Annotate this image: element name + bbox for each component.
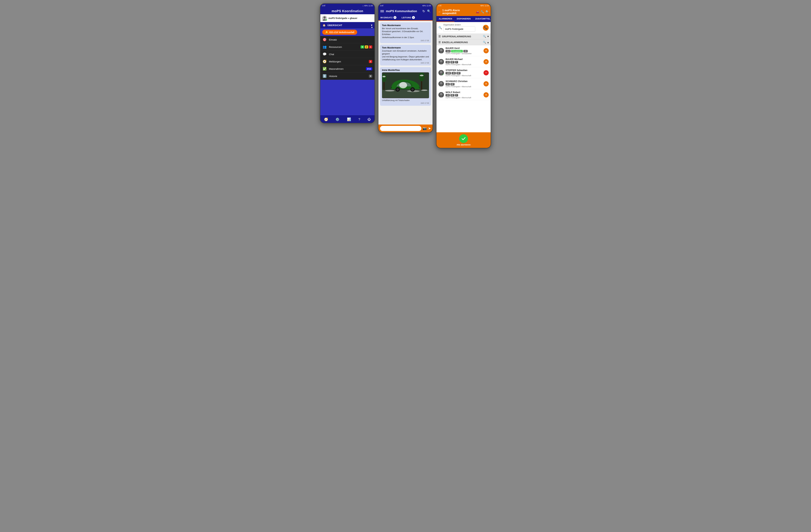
search-org-icon[interactable]: 🔍 — [439, 26, 442, 30]
tab-alarmieren-label: ALARMIEREN — [439, 18, 452, 20]
nav-item-ressourcen[interactable]: 👥 Ressourcen 9 2 1 — [320, 43, 374, 51]
chat-body: Tom Mustermann Bin Vorort und koordinier… — [379, 21, 432, 125]
add-button-5[interactable]: + — [484, 92, 489, 97]
ressourcen-badges: 9 2 1 — [361, 45, 372, 48]
historie-badge: 9 — [369, 75, 372, 78]
person-org-1: moPS Firebrigade » Einsatzleiter — [446, 52, 482, 54]
time-2: 11:55 — [426, 5, 431, 7]
massnahmen-label: Massnahmen — [329, 67, 343, 70]
chat-icon: 💬 — [323, 52, 327, 56]
attach-icon[interactable]: 📷 — [423, 126, 427, 130]
alert-badge[interactable]: 🔔 E21-210 Verkehrsunfall — [322, 30, 357, 35]
s1-header: moPS Koordination — [320, 7, 374, 14]
person-info-2: BAUER Michael AS BF F moPS Firebrigade »… — [446, 58, 482, 65]
person-info-4: SCHWARZ Christian AS BF moPS Firebrigade… — [446, 80, 482, 88]
nav-item-meldungen[interactable]: 🧭 Meldungen 2 — [320, 58, 374, 65]
person-bauer-gerd: BAUER Gerd Arzt Einsatzleiter AS moPS Fi… — [437, 45, 491, 56]
refresh-icon[interactable]: ↻ — [423, 9, 425, 13]
people-icon: 👥 — [323, 45, 327, 49]
navigation-icon[interactable]: 🧭 — [324, 118, 328, 121]
nav-item-chat[interactable]: 💬 Chat — [320, 51, 374, 58]
car-icon[interactable]: 🚗 — [476, 10, 479, 14]
add-button-4[interactable]: + — [484, 81, 489, 87]
msg3-time: 19/3 17:35 — [382, 102, 429, 104]
message-input[interactable] — [380, 126, 422, 131]
back-icon[interactable]: ← — [438, 10, 441, 14]
search-icon-3[interactable]: 🔍 — [486, 10, 489, 14]
msg3-caption: Unfallfahrzeug mit Totalschaden — [382, 99, 429, 101]
time-3: 11:55 — [485, 5, 489, 7]
svg-point-29 — [440, 82, 443, 84]
tag-bf-5: BF — [450, 94, 455, 96]
badge-green: 9 — [361, 45, 364, 48]
search-icon[interactable]: 🔍 — [427, 10, 431, 13]
help-icon[interactable]: ? — [358, 118, 360, 121]
svg-point-9 — [396, 88, 399, 91]
tag-as-5: AS — [446, 94, 450, 96]
power-icon[interactable]: ⏻ — [368, 118, 371, 121]
einzelalarmierung-title: EINZELALARMIERUNG — [442, 41, 481, 44]
wrench-icon[interactable]: 🔧 — [480, 10, 484, 14]
svg-point-12 — [399, 82, 407, 88]
person-tags-1: Arzt Einsatzleiter AS — [446, 50, 482, 52]
gruppenalarmierung-header[interactable]: ☰ GRUPPENALARMIERUNG 🔍 — [437, 34, 491, 40]
svg-point-20 — [440, 49, 443, 51]
s3-title: 1 moPS Alarm ausgewählt — [442, 9, 474, 15]
send-icon[interactable]: ➤ — [428, 126, 431, 130]
battery-3: 40% — [480, 5, 484, 7]
tab-disponieren-label: DISPONIEREN — [457, 18, 471, 20]
chat-label: Chat — [329, 53, 334, 56]
msg1-sender: Tom Mustermann — [382, 24, 429, 27]
monitor-icon[interactable]: 📊 — [347, 118, 351, 121]
tab-leitung[interactable]: LEITUNG 1 — [402, 15, 417, 20]
msg1-text: Bin Vorort und koordiniere den Einsatz.E… — [382, 27, 429, 39]
carrier-1: 3 AT — [322, 5, 325, 7]
person-schwarz-christian: SCHWARZ Christian AS BF moPS Firebrigade… — [437, 78, 491, 89]
overview-section[interactable]: 🏠 ÜBERSICHT — [320, 22, 374, 28]
person-icon-5 — [439, 92, 444, 98]
chat-message-2: Tom Mustermann Zuschauer vom Einsatzort … — [380, 45, 431, 65]
einzelalarmierung-header[interactable]: ☰ EINZELALARMIERUNG 🔍 — [437, 40, 491, 45]
person-stepfer-sebastian: ✓ STEPFER Sebastian SAN AS BF moPS Fireb… — [437, 67, 491, 78]
einsatz-label: Einsatz — [329, 38, 337, 41]
tab-im-einsatz[interactable]: IM EINSATZ 3 — [380, 15, 399, 21]
screen2-phone: 3 AT 40% 11:55 moPS Kommunikation ↻ 🔍 IM… — [378, 3, 433, 133]
badge-yellow: 2 — [365, 45, 368, 48]
search-single-icon[interactable]: 🔍 — [483, 41, 486, 44]
tab-disponieren[interactable]: DISPONIEREN — [455, 16, 473, 22]
tab-zusatzmittel[interactable]: ZUSATZMITTEL — [473, 16, 491, 22]
list-icon-single: ☰ — [439, 41, 441, 44]
tab-alarmieren[interactable]: ALARMIEREN — [437, 16, 455, 22]
chat-message-1: Tom Mustermann Bin Vorort und koordinier… — [380, 22, 431, 43]
search-group-icon[interactable]: 🔍 — [483, 35, 486, 38]
msg1-time: 19/3 17:35 — [382, 40, 429, 42]
person-name-4: SCHWARZ Christian — [446, 80, 482, 82]
nav-item-einsatz[interactable]: 🎯 Einsatz — [320, 36, 374, 43]
person-org-2: moPS Firebrigade » Mannschaft — [446, 64, 482, 65]
alert-row[interactable]: 🔔 E21-210 Verkehrsunfall — [320, 28, 374, 36]
add-button-2[interactable]: + — [484, 59, 489, 64]
svg-point-17 — [382, 76, 385, 78]
s1-user-bar[interactable]: moPS firebrigade » gbauer — [320, 14, 374, 22]
battery-1: 40% — [364, 5, 368, 7]
battery-2: 40% — [422, 5, 426, 7]
alarm-check-icon — [461, 136, 466, 141]
add-button-1[interactable]: + — [484, 48, 489, 53]
alle-alarmieren-button[interactable] — [459, 134, 468, 143]
nav-item-historie[interactable]: ℹ️ Historie 9 — [320, 73, 374, 80]
tag-as-1: AS — [463, 50, 468, 52]
tag-f-2: F — [455, 61, 458, 63]
tag-as-2: AS — [446, 61, 450, 63]
svg-point-32 — [440, 93, 443, 95]
alle-alarmieren-label: Alle alarmieren — [457, 144, 471, 146]
settings-icon[interactable]: ⚙️ — [335, 118, 339, 121]
active-check-icon: ✓ — [442, 73, 444, 76]
s2-title: moPS Kommunikation — [386, 10, 420, 13]
nav-item-massnahmen[interactable]: ✅ Massnahmen 2/12 — [320, 65, 374, 73]
massnahmen-badge: 2/12 — [366, 67, 372, 71]
remove-button-3[interactable]: − — [484, 70, 489, 75]
phone-button[interactable]: 📞 — [483, 25, 489, 31]
org-input[interactable] — [443, 26, 475, 32]
meldungen-label: Meldungen — [329, 60, 341, 63]
menu-icon[interactable] — [380, 10, 384, 12]
